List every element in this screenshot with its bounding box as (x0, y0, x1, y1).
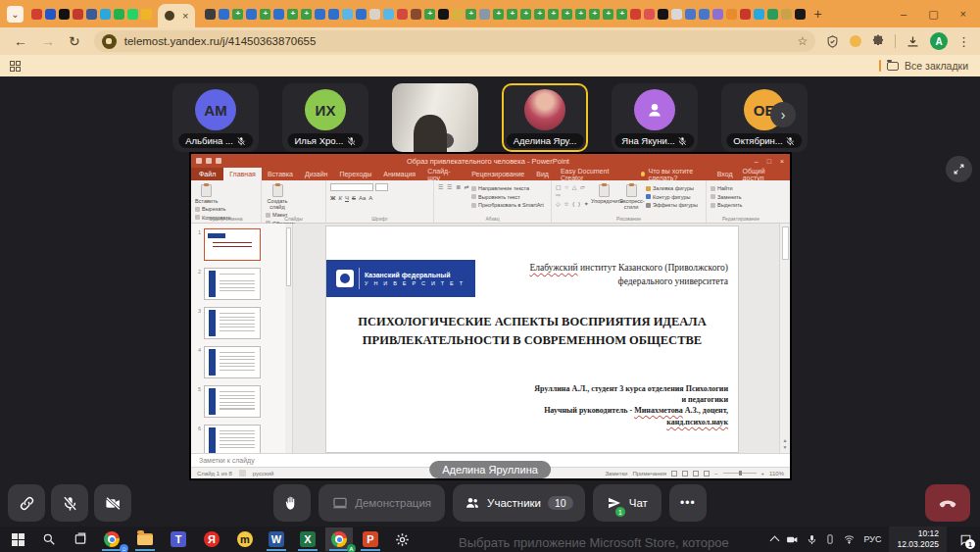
present-screen-button[interactable]: Демонстрация (318, 484, 445, 522)
tab-favicon[interactable] (328, 9, 339, 20)
tab-favicon[interactable] (86, 9, 97, 20)
find-button[interactable]: Найти (710, 185, 742, 191)
participant-tile[interactable]: АМ Альбина ... (172, 83, 259, 152)
tab-favicon[interactable] (205, 9, 216, 20)
font-name-box[interactable] (330, 183, 373, 191)
tab-favicon[interactable] (383, 9, 394, 20)
active-tab[interactable]: × (158, 4, 195, 27)
tab-favicon[interactable] (795, 9, 806, 20)
tab-favicon[interactable] (127, 9, 138, 20)
close-button[interactable]: × (960, 8, 966, 21)
participant-tile[interactable]: Яна Якуни... (612, 83, 698, 152)
zoom-level[interactable]: 110% (769, 471, 784, 477)
tab-favicon[interactable]: + (548, 9, 559, 20)
comments-toggle[interactable]: Примечания (632, 471, 666, 477)
taskbar-app-powerpoint[interactable]: P (357, 527, 384, 551)
taskbar-app-explorer[interactable] (131, 527, 159, 551)
tab-search-icon[interactable]: ⌄ (7, 6, 24, 23)
taskbar-app-excel[interactable]: X (294, 527, 321, 551)
tab-favicon[interactable]: + (562, 9, 572, 20)
tray-camera-icon[interactable] (786, 533, 799, 546)
tab-favicon[interactable]: + (287, 9, 298, 20)
tab-slideshow[interactable]: Слайд-шоу (421, 168, 466, 181)
taskbar-clock[interactable]: 10:12 12.03.2025 (889, 527, 947, 552)
tab-favicon[interactable] (644, 9, 655, 20)
quick-styles-button[interactable]: Экспресс-стили (619, 183, 643, 210)
tab-transitions[interactable]: Переходы (333, 171, 377, 177)
address-bar[interactable]: telemost.yandex.ru/j/41450363870655 ☆ (94, 30, 816, 52)
tab-design[interactable]: Дизайн (299, 171, 334, 177)
notes-toggle[interactable]: Заметки (605, 471, 627, 477)
shape-outline-button[interactable]: Контур фигуры (646, 194, 698, 200)
input-language[interactable]: РУС (863, 534, 881, 544)
tab-favicon[interactable] (479, 9, 490, 20)
tab-animations[interactable]: Анимация (377, 171, 421, 177)
tab-favicon[interactable]: + (534, 9, 545, 20)
view-reading-icon[interactable] (693, 471, 699, 477)
shield-check-icon[interactable] (825, 34, 840, 49)
tab-favicon[interactable] (342, 9, 353, 20)
tab-favicon[interactable] (726, 9, 737, 20)
tab-favicon[interactable] (45, 9, 56, 20)
font-size-box[interactable] (375, 183, 388, 191)
tab-favicon[interactable] (740, 9, 751, 20)
taskbar-app-miro[interactable]: m (231, 527, 259, 551)
select-button[interactable]: Выделить (710, 202, 742, 208)
tab-favicon[interactable]: + (424, 9, 435, 20)
participant-tile-active-speaker[interactable]: Аделина Яру... (502, 83, 588, 152)
participant-tile-video[interactable]: Гость (392, 83, 478, 152)
arrange-button[interactable]: Упорядочить (591, 183, 616, 204)
minimize-button[interactable]: – (901, 8, 906, 21)
tab-file[interactable]: Файл (191, 168, 223, 180)
thumbnail-scrollbar[interactable] (285, 224, 292, 453)
extensions-puzzle-icon[interactable] (871, 34, 885, 48)
maximize-button[interactable]: ▢ (928, 8, 938, 21)
tab-favicon[interactable] (59, 9, 70, 20)
spellcheck-icon[interactable] (239, 470, 246, 477)
tab-favicon[interactable] (219, 9, 229, 20)
tab-favicon[interactable]: + (260, 9, 270, 20)
shapes-gallery-row2[interactable]: ◇ ☆ ( ) ✦ (556, 200, 591, 208)
view-sorter-icon[interactable] (682, 471, 688, 477)
tray-expand-icon[interactable] (770, 536, 780, 546)
ppt-window-controls[interactable]: –□× (755, 158, 784, 165)
tab-favicon[interactable]: + (466, 9, 476, 20)
tab-favicon[interactable] (699, 9, 710, 20)
tab-favicon[interactable]: + (301, 9, 312, 20)
tab-favicon[interactable]: + (603, 9, 613, 20)
end-call-button[interactable] (925, 484, 970, 522)
ppt-share-button[interactable]: Общий доступ (743, 168, 783, 181)
tab-favicon[interactable]: + (520, 9, 531, 20)
slide-scrollbar[interactable]: ▲ ▼ (779, 224, 790, 453)
text-direction-button[interactable]: Направление текста (471, 185, 544, 191)
tab-favicon[interactable] (630, 9, 641, 20)
view-slideshow-icon[interactable] (704, 471, 710, 477)
tab-insert[interactable]: Вставка (262, 171, 299, 177)
apps-grid-icon[interactable] (10, 61, 21, 72)
participants-scroll-next-button[interactable]: › (770, 102, 796, 127)
strike-button[interactable]: S (352, 195, 356, 201)
fullscreen-expand-button[interactable] (946, 156, 972, 182)
paste-button[interactable]: Вставить (195, 183, 217, 204)
slide-thumbnail[interactable]: 6 (195, 425, 290, 453)
taskbar-app-chrome[interactable]: ☺ (98, 527, 125, 551)
taskbar-app-yandex[interactable]: Я (198, 527, 225, 551)
tab-review[interactable]: Рецензирование (466, 171, 530, 177)
font-color-button[interactable]: A (368, 195, 372, 201)
tab-favicon[interactable]: + (507, 9, 517, 20)
slide-thumbnail[interactable]: 1 (195, 228, 290, 261)
zoom-out-button[interactable]: − (714, 471, 718, 477)
list-align-icons[interactable]: ☰ ☰ ≣ ⇄ (438, 183, 471, 191)
bold-button[interactable]: Ж (330, 195, 335, 201)
view-normal-icon[interactable] (671, 471, 677, 477)
tab-favicon[interactable] (246, 9, 257, 20)
smartart-button[interactable]: Преобразовать в SmartArt (471, 202, 544, 208)
tab-favicon[interactable] (671, 9, 682, 20)
bookmark-star-icon[interactable]: ☆ (798, 34, 808, 48)
slide-thumbnail[interactable]: 5 (195, 385, 290, 418)
taskbar-app-teams[interactable]: T (165, 527, 192, 551)
taskbar-app-word[interactable]: W (263, 527, 290, 551)
tab-favicon[interactable] (754, 9, 764, 20)
chat-button[interactable]: Чат 1 (593, 484, 662, 522)
browser-menu-icon[interactable]: ⋮ (957, 34, 970, 49)
